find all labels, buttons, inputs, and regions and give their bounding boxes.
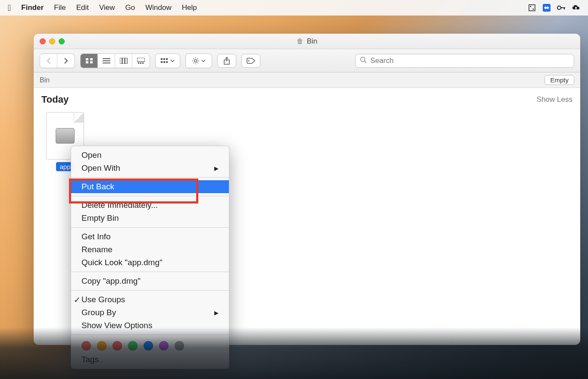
menubar-file[interactable]: File bbox=[54, 3, 66, 12]
icon-view-button[interactable] bbox=[81, 54, 98, 68]
cm-separator bbox=[71, 196, 229, 196]
nav-buttons bbox=[40, 53, 75, 68]
fullscreen-button[interactable] bbox=[59, 38, 65, 44]
svg-rect-0 bbox=[529, 5, 535, 11]
cm-quick-look[interactable]: Quick Look "app.dmg" bbox=[71, 256, 229, 269]
cm-empty-bin[interactable]: Empty Bin bbox=[71, 212, 229, 225]
cm-use-groups[interactable]: ✓Use Groups bbox=[71, 293, 229, 306]
menubar-view[interactable]: View bbox=[99, 3, 115, 12]
cm-separator bbox=[71, 272, 229, 272]
path-location: Bin bbox=[40, 76, 50, 84]
window-title: Bin bbox=[307, 37, 318, 46]
titlebar: 🗑 Bin bbox=[34, 34, 580, 49]
svg-rect-15 bbox=[122, 58, 125, 64]
menubar-go[interactable]: Go bbox=[125, 3, 135, 12]
pathbar: Bin Empty bbox=[34, 72, 580, 88]
minimize-button[interactable] bbox=[49, 38, 55, 44]
svg-rect-9 bbox=[86, 61, 88, 63]
search-icon bbox=[360, 56, 367, 65]
column-view-button[interactable] bbox=[115, 54, 132, 68]
cm-delete-immediately[interactable]: Delete Immediately... bbox=[71, 199, 229, 212]
svg-rect-21 bbox=[161, 58, 163, 60]
trash-icon: 🗑 bbox=[297, 38, 303, 45]
svg-point-1 bbox=[530, 6, 532, 7]
gallery-view-button[interactable] bbox=[132, 54, 150, 68]
svg-rect-25 bbox=[163, 61, 165, 63]
toolbar bbox=[34, 49, 580, 72]
show-less-button[interactable]: Show Less bbox=[537, 95, 572, 104]
cm-separator bbox=[71, 227, 229, 228]
cm-separator bbox=[71, 177, 229, 178]
menubar-app-name[interactable]: Finder bbox=[21, 3, 44, 12]
svg-rect-18 bbox=[138, 63, 139, 64]
desktop-mountains bbox=[0, 327, 588, 379]
svg-rect-19 bbox=[140, 63, 141, 64]
svg-rect-23 bbox=[166, 58, 168, 60]
menubar-window[interactable]: Window bbox=[145, 3, 171, 12]
cm-put-back[interactable]: Put Back bbox=[71, 180, 229, 193]
submenu-arrow-icon: ▶ bbox=[214, 310, 219, 316]
submenu-arrow-icon: ▶ bbox=[214, 165, 219, 172]
forward-button[interactable] bbox=[57, 54, 75, 68]
svg-rect-10 bbox=[90, 61, 93, 63]
checkmark-icon: ✓ bbox=[74, 295, 81, 305]
cm-copy[interactable]: Copy "app.dmg" bbox=[71, 275, 229, 288]
list-view-button[interactable] bbox=[98, 54, 115, 68]
cm-separator bbox=[71, 290, 229, 291]
teamviewer-icon[interactable] bbox=[542, 3, 551, 12]
tags-button[interactable] bbox=[241, 54, 260, 68]
svg-point-4 bbox=[557, 6, 561, 9]
svg-rect-6 bbox=[564, 7, 565, 9]
svg-rect-20 bbox=[142, 63, 144, 64]
svg-rect-24 bbox=[161, 61, 163, 63]
svg-rect-26 bbox=[166, 61, 168, 63]
share-button[interactable] bbox=[217, 54, 236, 68]
cm-open-with[interactable]: Open With▶ bbox=[71, 162, 229, 175]
back-button[interactable] bbox=[40, 54, 57, 68]
svg-point-30 bbox=[361, 57, 365, 61]
svg-rect-12 bbox=[103, 60, 110, 61]
menubar:  Finder File Edit View Go Window Help bbox=[0, 0, 588, 16]
svg-point-29 bbox=[248, 60, 250, 61]
action-button-group bbox=[185, 53, 212, 68]
svg-rect-13 bbox=[103, 63, 110, 63]
menubar-help[interactable]: Help bbox=[182, 3, 197, 12]
svg-rect-17 bbox=[137, 58, 145, 62]
section-title: Today bbox=[41, 94, 69, 105]
cloud-upload-icon[interactable] bbox=[572, 3, 580, 12]
cm-get-info[interactable]: Get Info bbox=[71, 230, 229, 243]
empty-button[interactable]: Empty bbox=[544, 75, 574, 85]
status-icon-1[interactable] bbox=[528, 3, 536, 12]
svg-rect-14 bbox=[120, 58, 122, 64]
svg-rect-22 bbox=[163, 58, 165, 60]
search-box[interactable] bbox=[355, 54, 574, 68]
svg-line-31 bbox=[365, 61, 367, 63]
apple-logo-icon[interactable]:  bbox=[8, 3, 11, 13]
svg-rect-7 bbox=[86, 58, 88, 60]
svg-rect-11 bbox=[103, 58, 110, 59]
group-button[interactable] bbox=[156, 54, 180, 68]
search-input[interactable] bbox=[370, 56, 569, 65]
close-button[interactable] bbox=[40, 38, 46, 44]
action-button[interactable] bbox=[186, 54, 212, 68]
cm-group-by[interactable]: Group By▶ bbox=[71, 306, 229, 319]
svg-point-27 bbox=[194, 60, 197, 62]
key-icon[interactable] bbox=[557, 3, 566, 12]
view-buttons bbox=[80, 53, 150, 68]
group-button-group bbox=[155, 53, 180, 68]
cm-rename[interactable]: Rename bbox=[71, 243, 229, 256]
desktop:  Finder File Edit View Go Window Help 🗑 bbox=[0, 0, 588, 379]
svg-point-2 bbox=[533, 9, 534, 10]
svg-rect-8 bbox=[90, 58, 93, 60]
menubar-edit[interactable]: Edit bbox=[76, 3, 89, 12]
svg-rect-16 bbox=[125, 58, 127, 64]
cm-open[interactable]: Open bbox=[71, 149, 229, 162]
